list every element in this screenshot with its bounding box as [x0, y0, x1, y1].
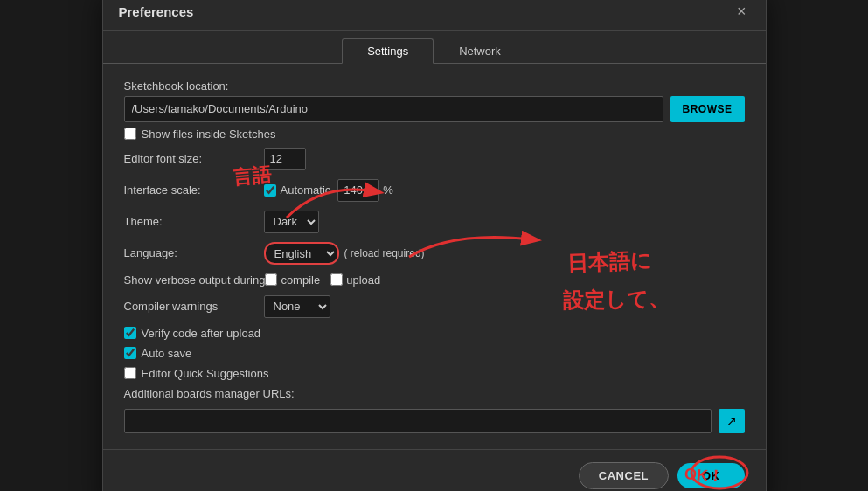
upload-checkbox[interactable] — [330, 273, 343, 286]
titlebar: Preferences × — [103, 0, 766, 31]
quick-suggestions-checkbox[interactable] — [124, 367, 136, 379]
ok-button[interactable]: OK — [677, 463, 745, 488]
verify-label: Verify code after upload — [142, 327, 261, 340]
compile-checkbox[interactable] — [265, 273, 277, 286]
urls-row: ↗ — [124, 409, 745, 433]
autosave-label: Auto save — [142, 347, 192, 360]
verify-row: Verify code after upload — [124, 327, 745, 340]
show-files-row: Show files inside Sketches — [124, 128, 745, 141]
browse-button[interactable]: BROWSE — [670, 96, 745, 122]
editor-font-label: Editor font size: — [124, 152, 264, 165]
autosave-checkbox[interactable] — [124, 347, 136, 359]
tab-settings[interactable]: Settings — [342, 38, 434, 64]
upload-label: upload — [346, 273, 380, 287]
external-link-icon: ↗ — [726, 414, 737, 428]
quick-suggestions-row: Editor Quick Suggestions — [124, 367, 745, 380]
sketchbook-label-row: Sketchbook location: — [124, 80, 745, 93]
language-select[interactable]: English 日本語 Deutsch Français — [264, 242, 339, 265]
compile-upload-checkboxes: compile upload — [265, 273, 380, 287]
urls-input[interactable] — [124, 409, 712, 433]
interface-scale-label: Interface scale: — [124, 183, 264, 197]
additional-urls-label-row: Additional boards manager URLs: — [124, 387, 745, 400]
close-button[interactable]: × — [733, 3, 750, 21]
theme-select[interactable]: Dark Light — [264, 211, 319, 233]
cancel-button[interactable]: CANCEL — [579, 462, 669, 489]
reload-note: ( reload required) — [344, 247, 425, 259]
additional-urls-label: Additional boards manager URLs: — [124, 387, 295, 400]
editor-font-input[interactable] — [264, 148, 306, 170]
warnings-select[interactable]: None Default More All — [264, 295, 330, 318]
autosave-row: Auto save — [124, 347, 745, 360]
theme-label: Theme: — [124, 215, 264, 228]
automatic-label: Automatic — [281, 183, 331, 197]
show-files-checkbox[interactable] — [124, 128, 136, 140]
sketchbook-input-row: BROWSE — [124, 96, 745, 122]
tab-network[interactable]: Network — [434, 38, 526, 64]
show-files-label: Show files inside Sketches — [142, 128, 276, 141]
verify-checkbox[interactable] — [124, 327, 136, 339]
urls-open-button[interactable]: ↗ — [719, 409, 745, 433]
verbose-label: Show verbose output during — [124, 273, 266, 287]
interface-scale-row: Interface scale: Automatic % — [124, 179, 745, 202]
percent-label: % — [383, 183, 393, 197]
theme-row: Theme: Dark Light — [124, 211, 745, 233]
editor-font-row: Editor font size: — [124, 148, 745, 170]
sketchbook-path-input[interactable] — [124, 96, 663, 122]
language-label: Language: — [124, 246, 264, 259]
language-row: Language: English 日本語 Deutsch Français (… — [124, 242, 745, 265]
compiler-warnings-row: Compiler warnings None Default More All — [124, 295, 745, 318]
compile-label: compile — [281, 273, 320, 287]
quick-suggestions-label: Editor Quick Suggestions — [142, 367, 269, 380]
preferences-dialog: Preferences × Settings Network Sketchboo… — [102, 0, 767, 491]
verbose-row: Show verbose output during compile uploa… — [124, 273, 745, 287]
sketchbook-label: Sketchbook location: — [124, 80, 264, 93]
scale-input[interactable] — [337, 179, 379, 202]
tabs-bar: Settings Network — [103, 31, 766, 64]
dialog-title: Preferences — [119, 4, 194, 19]
compiler-warnings-label: Compiler warnings — [124, 300, 264, 313]
automatic-checkbox[interactable] — [264, 184, 276, 197]
dialog-footer: CANCEL OK — [103, 449, 766, 492]
settings-panel: Sketchbook location: BROWSE Show files i… — [103, 64, 766, 446]
